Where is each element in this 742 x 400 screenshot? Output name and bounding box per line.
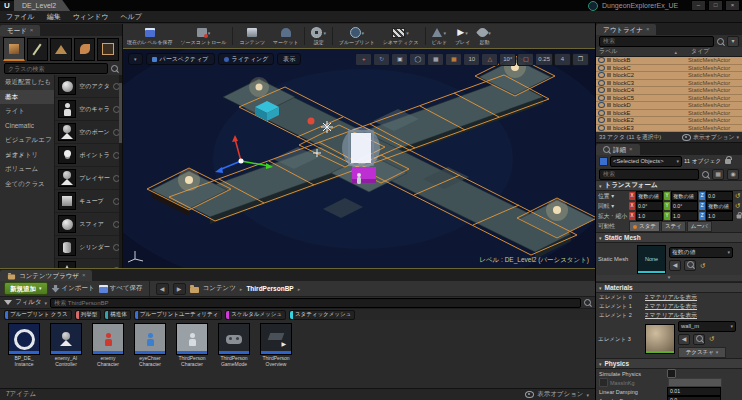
linear-damping-field[interactable]: 0.01 [667,387,721,396]
filter-button[interactable]: フィルタ [15,298,42,307]
mass-override-checkbox[interactable] [599,378,608,387]
asset-enemy-character[interactable]: enemyCharacter [88,323,128,367]
reset-icon[interactable]: ↺ [700,262,705,270]
perspective-button[interactable]: パースペクティブ [146,53,215,65]
menu-file[interactable]: ファイル [6,12,35,22]
viewport-options-button[interactable]: ▾ [128,53,143,65]
location-label[interactable]: 位置 ▾ [598,192,628,201]
outliner-settings-button[interactable]: ▾ [727,36,739,47]
selected-objects-dropdown[interactable]: <Selected Objects>▾ [610,156,682,167]
outliner-row[interactable]: blockC4StaticMeshActor [596,87,742,95]
asset-thirdperson-character[interactable]: ThirdPersonCharacter [172,323,212,367]
menu-help[interactable]: ヘルプ [120,12,142,22]
location-z-field[interactable]: 0.0 [706,191,733,201]
menu-window[interactable]: ウィンドウ [73,12,109,22]
close-button[interactable]: × [725,0,740,11]
mobility-movable-button[interactable]: ムーバ [687,221,712,232]
outliner-row[interactable]: blockCStaticMeshActor [596,65,742,73]
outliner-view-options-button[interactable]: 表示オプション [693,133,734,142]
outliner-row[interactable]: blockDStaticMeshActor [596,102,742,110]
details-eye-button[interactable]: ◉ [727,169,739,180]
reset-icon[interactable]: ↺ [709,335,714,343]
category-volumes[interactable]: ボリューム [0,162,54,177]
rotation-label[interactable]: 回転 ▾ [598,202,628,211]
filter-chip-skeletal-mesh[interactable]: スケルタルメッシュ [225,310,286,320]
filter-chip-blueprint-utility[interactable]: ブループリントユーティリティ [134,310,223,320]
category-lights[interactable]: ライト [0,104,54,119]
paint-mode-button[interactable] [27,38,49,61]
visibility-eye-icon[interactable] [598,117,605,123]
category-all-classes[interactable]: 全てのクラス [0,177,54,192]
view-mode-button[interactable]: ライティング [218,53,275,65]
outliner-search-input[interactable] [599,36,714,47]
play-button[interactable]: ▶▾プレイ [451,28,474,45]
scale-x-field[interactable]: 1.0 [636,211,663,221]
physics-section-header[interactable]: ▾Physics [596,358,742,369]
outliner-row[interactable]: blockE2StaticMeshActor [596,117,742,125]
mobility-static-button[interactable]: スタテ [629,221,660,232]
place-cylinder[interactable]: シリンダー [55,236,122,259]
visibility-eye-icon[interactable] [598,125,605,131]
outliner-row[interactable]: blockEStaticMeshActor [596,110,742,118]
place-empty-pawn[interactable]: 空のポーン [55,121,122,144]
landscape-mode-button[interactable] [50,38,72,61]
place-player-start[interactable]: プレイヤー [55,167,122,190]
visibility-eye-icon[interactable] [598,57,605,63]
use-selected-asset-button[interactable]: ◀ [678,334,690,345]
maximize-button[interactable]: □ [708,0,723,11]
breadcrumb-content[interactable]: コンテンツ [203,284,236,293]
scale-snap-value[interactable]: 0.25 [535,53,553,66]
reset-icon[interactable]: ↺ [735,192,740,200]
show-materials-link[interactable]: 2 マテリアルを表示 [645,293,697,302]
filter-chip-static-mesh[interactable]: スタティックメッシュ [289,310,355,320]
surface-snap-toggle[interactable]: ▦ [427,53,444,66]
texture-button[interactable]: テクスチャ▾ [678,347,726,358]
close-icon[interactable]: × [30,25,34,36]
grid-snap-value[interactable]: 10 [463,53,480,66]
scale-y-field[interactable]: 1.0 [671,211,698,221]
asset-eyechser-character[interactable]: eyeChserCharacter [130,323,170,367]
viewport[interactable]: ▾ パースペクティブ ライティング 表示 + ↻ ▣ ◯ ▦ ▦ 10 △ 10… [123,49,595,268]
visibility-eye-icon[interactable] [598,110,605,116]
visibility-eye-icon[interactable] [598,87,605,93]
details-grid-button[interactable]: ▦ [712,169,724,180]
forward-button[interactable]: ▶ [173,283,186,295]
rotate-tool-button[interactable]: ↻ [373,53,390,66]
foliage-mode-button[interactable] [74,38,96,61]
asset-search-input[interactable] [50,298,581,308]
view-options-button[interactable]: 表示オプション [537,390,583,399]
world-local-toggle[interactable]: ◯ [409,53,426,66]
level-editor-tab[interactable]: DE_Level2 [14,0,70,11]
source-control-button[interactable]: ▾ソースコントロール [177,28,231,45]
asset-enemy-ai-controller[interactable]: enemy_AIController [46,323,86,367]
simulate-physics-checkbox[interactable] [667,369,676,378]
use-selected-asset-button[interactable]: ◀ [669,260,681,271]
column-type[interactable]: タイプ [691,47,739,56]
translate-tool-button[interactable]: + [355,53,372,66]
rotation-y-field[interactable]: 0.0° [671,201,698,211]
filter-chip-blueprint-class[interactable]: ブループリント クラス [4,310,72,320]
close-icon[interactable]: × [646,24,650,35]
category-basic[interactable]: 基本 [0,90,54,105]
visibility-eye-icon[interactable] [598,72,605,78]
tab-world-outliner[interactable]: アウトライナ× [596,24,656,35]
build-button[interactable]: ▾ビルド [428,28,451,45]
angular-damping-field[interactable]: 0.0 [667,396,721,400]
show-materials-link[interactable]: 2 マテリアルを表示 [645,311,697,320]
filter-chip-struct[interactable]: 構造体 [104,310,131,320]
content-button[interactable]: コンテンツ [235,28,269,45]
category-recent[interactable]: 最近配置したもの [0,75,54,90]
details-search-input[interactable] [599,169,699,180]
category-cinematic[interactable]: Cinematic [0,119,54,134]
materials-section-header[interactable]: ▾Materials [596,282,742,293]
filter-chip-enum[interactable]: 列挙型 [75,310,102,320]
rotation-snap-value[interactable]: 10° [499,53,516,66]
minimize-button[interactable]: – [691,0,706,11]
close-icon[interactable]: × [629,144,633,155]
scale-label[interactable]: 拡大・縮小 ▾ [598,212,628,221]
back-button[interactable]: ◀ [156,283,169,295]
transform-section-header[interactable]: ▾トランスフォーム [596,180,742,191]
scale-snap-toggle[interactable]: ▢ [517,53,534,66]
visibility-eye-icon[interactable] [598,95,605,101]
category-geometry[interactable]: ジオメトリ [0,148,54,163]
